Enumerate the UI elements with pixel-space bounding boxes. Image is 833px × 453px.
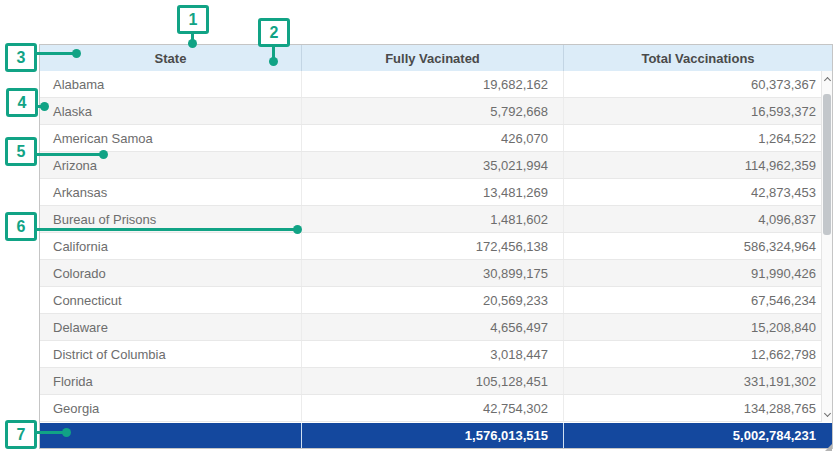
total-vaccinations-cell: 15,208,840 (564, 314, 832, 340)
total-vaccinations-cell: 1,264,522 (564, 125, 832, 151)
callout-6-dot (293, 225, 302, 234)
callout-7-line (36, 431, 65, 434)
state-cell: Delaware (40, 314, 302, 340)
callout-3-dot (72, 49, 81, 58)
fully-vaccinated-cell: 30,899,175 (302, 260, 564, 286)
table-row[interactable]: Connecticut 20,569,233 67,546,234 (40, 287, 832, 314)
chevron-up-icon (823, 76, 830, 83)
table-row[interactable]: Florida 105,128,451 331,191,302 (40, 368, 832, 395)
total-vaccinations-cell: 114,962,359 (564, 152, 832, 178)
column-header-fully-vaccinated[interactable]: Fully Vacinated (302, 45, 564, 71)
fully-vaccinated-cell: 1,481,602 (302, 206, 564, 232)
fully-vaccinated-cell: 426,070 (302, 125, 564, 151)
state-cell: Florida (40, 368, 302, 394)
state-cell: Arkansas (40, 179, 302, 205)
summary-state-cell (40, 423, 302, 448)
fully-vaccinated-cell: 35,021,994 (302, 152, 564, 178)
summary-fully-vaccinated-cell: 1,576,013,515 (302, 423, 564, 448)
total-vaccinations-cell: 331,191,302 (564, 368, 832, 394)
fully-vaccinated-cell: 20,569,233 (302, 287, 564, 313)
table-body: Alabama 19,682,162 60,373,367 Alaska 5,7… (40, 71, 832, 422)
total-vaccinations-cell: 42,873,453 (564, 179, 832, 205)
callout-2-dot (269, 57, 278, 66)
callout-5-line (36, 153, 102, 156)
total-vaccinations-cell: 586,324,964 (564, 233, 832, 259)
summary-row: 1,576,013,515 5,002,784,231 (40, 423, 832, 448)
table-row[interactable]: Arkansas 13,481,269 42,873,453 (40, 179, 832, 206)
fully-vaccinated-cell: 13,481,269 (302, 179, 564, 205)
table-row[interactable]: Arizona 35,021,994 114,962,359 (40, 152, 832, 179)
scroll-up-button[interactable] (822, 72, 832, 86)
fully-vaccinated-cell: 4,656,497 (302, 314, 564, 340)
fully-vaccinated-cell: 105,128,451 (302, 368, 564, 394)
table-header: State Fully Vacinated Total Vaccinations (40, 45, 832, 71)
callout-6-line (36, 228, 296, 231)
column-header-state[interactable]: State (40, 45, 302, 71)
callout-4-badge: 4 (6, 88, 38, 117)
total-vaccinations-cell: 16,593,372 (564, 98, 832, 124)
resize-grip-icon (825, 444, 832, 451)
total-vaccinations-cell: 60,373,367 (564, 71, 832, 97)
callout-6-badge: 6 (5, 212, 37, 241)
callout-4-dot (40, 102, 49, 111)
total-vaccinations-cell: 91,990,426 (564, 260, 832, 286)
fully-vaccinated-cell: 3,018,447 (302, 341, 564, 367)
state-cell: American Samoa (40, 125, 302, 151)
callout-7-badge: 7 (5, 420, 37, 449)
callout-1-badge: 1 (177, 5, 209, 34)
state-cell: California (40, 233, 302, 259)
table-row[interactable]: District of Columbia 3,018,447 12,662,79… (40, 341, 832, 368)
state-cell: Alaska (40, 98, 302, 124)
state-cell: Connecticut (40, 287, 302, 313)
table-row[interactable]: California 172,456,138 586,324,964 (40, 233, 832, 260)
callout-3-badge: 3 (5, 43, 37, 72)
scroll-down-button[interactable] (822, 407, 832, 421)
callout-5-badge: 5 (5, 137, 37, 166)
callout-2-badge: 2 (258, 18, 290, 47)
chevron-down-icon (823, 409, 830, 416)
fully-vaccinated-cell: 5,792,668 (302, 98, 564, 124)
state-cell: Alabama (40, 71, 302, 97)
callout-7-dot (62, 428, 71, 437)
table-row[interactable]: Alaska 5,792,668 16,593,372 (40, 98, 832, 125)
total-vaccinations-cell: 134,288,765 (564, 395, 832, 421)
state-cell: Colorado (40, 260, 302, 286)
table-row[interactable]: Delaware 4,656,497 15,208,840 (40, 314, 832, 341)
callout-1-dot (188, 39, 197, 48)
table-row[interactable]: American Samoa 426,070 1,264,522 (40, 125, 832, 152)
callout-5-dot (99, 150, 108, 159)
state-cell: District of Columbia (40, 341, 302, 367)
vertical-scrollbar[interactable] (821, 71, 832, 422)
callout-3-line (36, 52, 74, 55)
fully-vaccinated-cell: 19,682,162 (302, 71, 564, 97)
total-vaccinations-cell: 12,662,798 (564, 341, 832, 367)
table-row[interactable]: Georgia 42,754,302 134,288,765 (40, 395, 832, 422)
vaccination-table: State Fully Vacinated Total Vaccinations… (39, 44, 833, 449)
total-vaccinations-cell: 4,096,837 (564, 206, 832, 232)
state-cell: Georgia (40, 395, 302, 421)
summary-total-vaccinations-cell: 5,002,784,231 (564, 423, 832, 448)
total-vaccinations-cell: 67,546,234 (564, 287, 832, 313)
fully-vaccinated-cell: 172,456,138 (302, 233, 564, 259)
column-header-total-vaccinations[interactable]: Total Vaccinations (564, 45, 832, 71)
table-row[interactable]: Colorado 30,899,175 91,990,426 (40, 260, 832, 287)
scrollbar-thumb[interactable] (823, 94, 831, 235)
fully-vaccinated-cell: 42,754,302 (302, 395, 564, 421)
table-row[interactable]: Alabama 19,682,162 60,373,367 (40, 71, 832, 98)
